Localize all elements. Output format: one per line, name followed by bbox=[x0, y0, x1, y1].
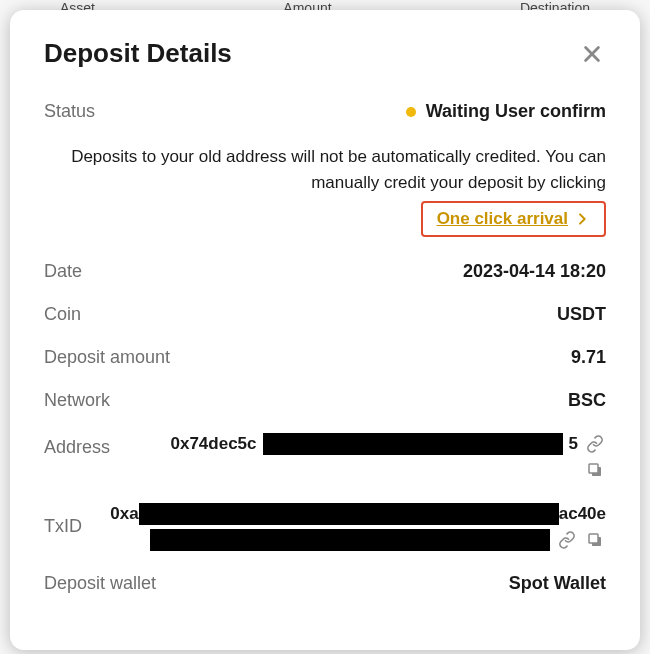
txid-suffix: ac40e bbox=[559, 504, 606, 524]
txid-redacted-2 bbox=[150, 529, 550, 551]
svg-rect-3 bbox=[589, 464, 598, 473]
address-prefix: 0x74dec5c bbox=[171, 434, 257, 454]
modal-title: Deposit Details bbox=[44, 38, 232, 69]
txid-label: TxID bbox=[44, 516, 82, 537]
amount-label: Deposit amount bbox=[44, 347, 170, 368]
address-copy-button[interactable] bbox=[584, 459, 606, 481]
txid-external-link-button[interactable] bbox=[556, 529, 578, 551]
address-external-link-button[interactable] bbox=[584, 433, 606, 455]
coin-value: USDT bbox=[557, 304, 606, 325]
txid-prefix: 0xa bbox=[110, 504, 138, 524]
wallet-value: Spot Wallet bbox=[509, 573, 606, 594]
status-value: Waiting User confirm bbox=[406, 101, 606, 122]
external-link-icon bbox=[558, 531, 576, 549]
date-label: Date bbox=[44, 261, 82, 282]
status-dot-icon bbox=[406, 107, 416, 117]
copy-icon bbox=[586, 461, 604, 479]
deposit-details-modal: Deposit Details Status Waiting User conf… bbox=[10, 10, 640, 650]
cta-text: One click arrival bbox=[437, 209, 568, 229]
network-value: BSC bbox=[568, 390, 606, 411]
network-label: Network bbox=[44, 390, 110, 411]
status-label: Status bbox=[44, 101, 95, 122]
address-redacted bbox=[263, 433, 563, 455]
amount-value: 9.71 bbox=[571, 347, 606, 368]
one-click-arrival-link[interactable]: One click arrival bbox=[421, 201, 606, 237]
chevron-right-icon bbox=[574, 211, 590, 227]
date-value: 2023-04-14 18:20 bbox=[463, 261, 606, 282]
svg-rect-5 bbox=[589, 534, 598, 543]
deposit-notice: Deposits to your old address will not be… bbox=[54, 144, 606, 197]
close-icon bbox=[581, 43, 603, 65]
coin-label: Coin bbox=[44, 304, 81, 325]
address-suffix: 5 bbox=[569, 434, 578, 454]
wallet-label: Deposit wallet bbox=[44, 573, 156, 594]
copy-icon bbox=[586, 531, 604, 549]
status-text: Waiting User confirm bbox=[426, 101, 606, 122]
address-label: Address bbox=[44, 433, 110, 458]
txid-redacted-1 bbox=[139, 503, 559, 525]
txid-copy-button[interactable] bbox=[584, 529, 606, 551]
close-button[interactable] bbox=[578, 40, 606, 68]
external-link-icon bbox=[586, 435, 604, 453]
